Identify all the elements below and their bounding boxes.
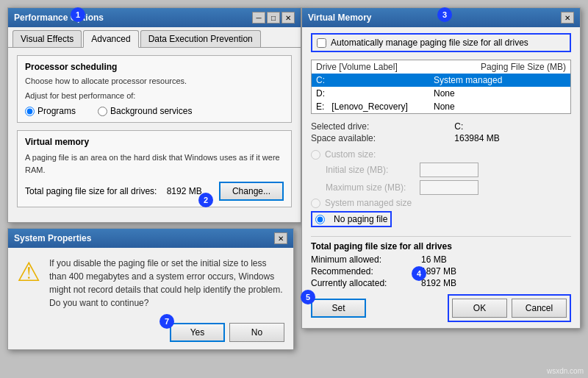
background-radio[interactable] (98, 107, 107, 116)
paging-table-header: Drive [Volume Label] Paging File Size (M… (312, 60, 570, 74)
tab-visual-effects[interactable]: Visual Effects (12, 30, 82, 47)
background-label: Background services (110, 106, 192, 116)
badge-4: 4 (412, 266, 426, 281)
maximize-button[interactable]: □ (267, 12, 280, 24)
initial-size-row: Initial size (MB): (326, 163, 571, 177)
drive-header: Drive [Volume Label] (316, 62, 398, 72)
watermark: wsxdn.com (547, 367, 584, 375)
vm-total-value: 8192 MB (167, 186, 202, 196)
max-size-input[interactable] (420, 180, 478, 195)
drive-c-label: C: (316, 75, 434, 85)
selected-drive-label: Selected drive: (311, 121, 447, 132)
drive-d-size: None (434, 88, 566, 99)
vm-total-label: Total paging file size for all drives: (25, 186, 157, 196)
auto-manage-label: Automatically manage paging file size fo… (331, 38, 528, 48)
sys-props-titlebar: System Properties ✕ (8, 229, 293, 248)
set-button[interactable]: Set (311, 299, 366, 318)
recommended-value: 1897 MB (421, 266, 456, 277)
perf-options-titlebar: Performance Options ─ □ ✕ (8, 8, 301, 27)
processor-scheduling-title: Processor scheduling (25, 62, 284, 72)
warning-content: ⚠ If you disable the paging file or set … (8, 248, 293, 318)
current-row: Currently allocated: 8192 MB (311, 278, 571, 288)
sys-props-buttons: 7 Yes No (8, 318, 293, 349)
background-radio-item[interactable]: Background services (98, 106, 192, 116)
system-managed-label: System managed size (325, 198, 412, 208)
warning-icon: ⚠ (17, 257, 40, 288)
initial-size-input[interactable] (420, 163, 478, 177)
close-button[interactable]: ✕ (282, 12, 295, 24)
tab-bar: Visual Effects Advanced Data Execution P… (8, 27, 301, 48)
custom-size-radio[interactable] (311, 150, 320, 160)
current-label: Currently allocated: (311, 278, 414, 288)
virt-mem-content: Automatically manage paging file size fo… (302, 27, 580, 328)
min-label: Minimum allowed: (311, 254, 414, 265)
system-managed-radio[interactable] (311, 199, 320, 208)
max-size-row: Maximum size (MB): (326, 180, 571, 195)
virt-mem-controls: ✕ (561, 12, 574, 24)
badge-2: 2 (198, 193, 213, 207)
virtual-memory-title: Virtual memory (25, 137, 284, 147)
yes-button[interactable]: Yes (170, 323, 225, 342)
tab-dep[interactable]: Data Execution Prevention (140, 30, 261, 47)
drive-c-size: System managed (434, 75, 566, 85)
sys-props-close[interactable]: ✕ (274, 232, 287, 244)
space-available-label: Space available: (311, 133, 447, 143)
size-options: Custom size: Initial size (MB): Maximum … (311, 149, 571, 230)
drive-e-size: None (434, 101, 566, 112)
titlebar-controls: ─ □ ✕ (252, 12, 295, 24)
ok-cancel-wrapper: 6 OK Cancel (448, 294, 571, 322)
total-title: Total paging file size for all drives (311, 241, 571, 252)
tab-advanced[interactable]: Advanced (83, 30, 138, 48)
performance-options-dialog: Performance Options ─ □ ✕ Visual Effects… (7, 7, 301, 223)
virt-mem-close[interactable]: ✕ (561, 12, 574, 24)
virtual-memory-section: Virtual memory A paging file is an area … (17, 130, 292, 207)
programs-radio[interactable] (25, 107, 35, 116)
no-button[interactable]: No (229, 323, 284, 342)
custom-size-label: Custom size: (325, 149, 376, 160)
drive-d-label: D: (316, 88, 434, 99)
yes-btn-wrapper: 7 Yes (170, 323, 225, 342)
paging-row-c[interactable]: C: System managed (312, 74, 570, 87)
sys-props-title: System Properties (14, 233, 91, 243)
recommended-row: Recommended: 1897 MB (311, 266, 571, 277)
no-paging-label: No paging file (334, 214, 387, 224)
paging-row-e[interactable]: E: [Lenovo_Recovery] None (312, 100, 570, 113)
space-available-value: 163984 MB (454, 133, 571, 143)
change-button[interactable]: Change... (219, 182, 284, 201)
ok-button[interactable]: OK (452, 299, 507, 318)
cancel-button[interactable]: Cancel (512, 299, 567, 318)
no-paging-option[interactable]: No paging file (311, 211, 392, 227)
badge-3: 3 (437, 7, 452, 22)
perf-options-title: Performance Options (14, 13, 104, 23)
paging-row-d[interactable]: D: None (312, 87, 570, 100)
recommended-label: Recommended: (311, 266, 414, 277)
vm-bottom-row: 5 Set 6 OK Cancel (311, 294, 571, 322)
max-size-label: Maximum size (MB): (326, 182, 414, 193)
vm-total-row: Total paging file size for all drives: 8… (25, 182, 284, 201)
perf-options-content: Processor scheduling Choose how to alloc… (8, 48, 301, 222)
drive-info-grid: Selected drive: C: Space available: 1639… (311, 121, 571, 143)
programs-radio-item[interactable]: Programs (25, 106, 76, 116)
custom-size-option[interactable]: Custom size: (311, 149, 571, 160)
min-value: 16 MB (421, 254, 447, 265)
auto-manage-row[interactable]: Automatically manage paging file size fo… (311, 33, 571, 52)
adjust-label: Adjust for best performance of: (25, 91, 284, 100)
badge-1: 1 (71, 7, 85, 22)
processor-scheduling-section: Processor scheduling Choose how to alloc… (17, 55, 292, 123)
badge-7: 7 (159, 314, 174, 329)
size-header: Paging File Size (MB) (481, 62, 566, 72)
initial-size-label: Initial size (MB): (326, 165, 414, 175)
no-paging-radio[interactable] (315, 215, 325, 224)
warning-text: If you disable the paging file or set th… (49, 257, 284, 310)
set-btn-wrapper: 5 Set (311, 299, 366, 318)
system-managed-option[interactable]: System managed size (311, 198, 571, 208)
sys-props-controls: ✕ (274, 232, 287, 244)
min-row: Minimum allowed: 16 MB (311, 254, 571, 265)
processor-scheduling-desc: Choose how to allocate processor resourc… (25, 76, 284, 85)
system-properties-dialog: System Properties ✕ ⚠ If you disable the… (7, 228, 294, 350)
selected-drive-value: C: (454, 121, 571, 132)
programs-label: Programs (37, 106, 76, 116)
auto-manage-checkbox[interactable] (317, 38, 326, 48)
minimize-button[interactable]: ─ (252, 12, 265, 24)
badge-5: 5 (301, 290, 315, 304)
